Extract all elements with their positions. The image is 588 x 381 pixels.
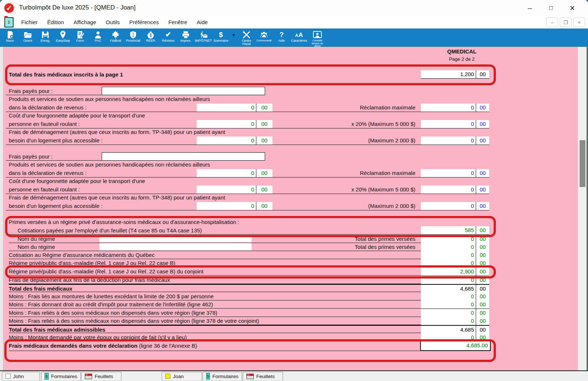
toolbar-revision-button[interactable]: ✔ Révision [159, 29, 177, 43]
window-minimize-button[interactable]: – [519, 0, 540, 16]
tab-joan[interactable]: Joan [162, 372, 202, 381]
menu-affichage[interactable]: Affichage [69, 19, 101, 25]
mdi-minimize-button[interactable]: – [546, 18, 558, 27]
row-amount[interactable]: 000 [421, 300, 489, 309]
row-amount[interactable]: 000 [421, 276, 489, 284]
total-page1-amount[interactable]: 1,20000 [421, 70, 489, 79]
slips-icon [246, 374, 254, 379]
row-amount[interactable]: 000 [421, 259, 489, 268]
row-amount[interactable]: 2,90000 [421, 268, 489, 276]
claim-right-amount[interactable]: 000 [421, 169, 489, 178]
paid-for-label: Frais payés pour : [9, 153, 53, 160]
row-amount[interactable]: 000 [421, 292, 489, 301]
row-amount[interactable]: 4,68500 [421, 326, 489, 334]
claim-right-amount[interactable]: 000 [421, 186, 489, 194]
claim-left-amount[interactable]: 000 [197, 186, 272, 194]
window-edge [587, 47, 588, 370]
toolbar-formulaires-button[interactable]: Form. [72, 29, 89, 43]
open-folder-icon [23, 30, 32, 39]
vertical-scrollbar[interactable] [578, 47, 587, 370]
menu-outils[interactable]: Outils [101, 19, 124, 25]
toolbar-pac-button[interactable]: PAC [89, 29, 107, 43]
table-row-total: Total des frais médicaux 4,68500 [9, 284, 489, 292]
toolbar-imprimer-button[interactable]: Impres. [177, 29, 195, 43]
menu-fichier[interactable]: Fichier [16, 19, 42, 25]
claim-row-label: Produits et services de soutien aux pers… [9, 161, 210, 168]
row-amount[interactable]: 000 [421, 309, 489, 317]
claim-left-amount[interactable]: 000 [197, 169, 272, 178]
claim-right-label: x 20% (Maximum 5 000 $) [295, 121, 415, 127]
menu-fenetre[interactable]: Fenêtre [163, 19, 192, 25]
mdi-close-button[interactable]: × [573, 18, 585, 27]
menu-aide[interactable]: Aide [192, 19, 212, 25]
forms-icon: $ [206, 373, 210, 380]
tab-formulaires-joan[interactable]: $ Formulaires [203, 372, 242, 381]
toolbar-reer-button[interactable]: $ REER [142, 29, 159, 43]
toolbar-easystep-button[interactable]: EasyStep [54, 29, 72, 43]
status-bar: John $ Formulaires Feuillets Joan $ Form… [0, 370, 588, 381]
claim-left-amount[interactable]: 000 [197, 104, 272, 112]
paid-for-input[interactable] [102, 152, 265, 161]
menu-edition[interactable]: Édition [42, 19, 69, 25]
cotisations-amount[interactable]: 58500 [421, 226, 489, 235]
paid-for-input[interactable] [102, 87, 265, 95]
checkmark-icon: ✔ [165, 30, 171, 39]
toolbar: Nouv. Ouvrir Enreg. EasyStep Form. [0, 29, 588, 47]
form-view: QMEDICAL Page 2 de 2 Total des frais méd… [0, 47, 588, 370]
row-amount[interactable]: 4,68500 [421, 285, 489, 293]
pac-person-icon [94, 30, 102, 39]
toolbar-ouvrir-button[interactable]: Ouvrir [19, 29, 37, 43]
claim-right-label: x 20% (Maximum 5 000 $) [295, 186, 415, 193]
toolbar-enregistrer-button[interactable]: Enreg. [37, 29, 54, 43]
table-row: Moins : Montant demandé par votre époux … [9, 333, 489, 341]
claim-row-label: personne en fauteuil roulant : [9, 186, 80, 193]
toolbar-centre-fiscal-button[interactable]: Centre Fiscal [238, 29, 255, 46]
toolbar-provincial-button[interactable]: Provincial [124, 29, 142, 43]
window-close-button[interactable]: × [562, 0, 583, 16]
claim-row-label: dans la déclaration de revenus : [9, 104, 87, 111]
menu-preferences[interactable]: Préférences [125, 19, 164, 25]
total-page1-label: Total des frais médicaux inscrits à la p… [9, 71, 123, 78]
table-row: Nom du régime Total des primes versées 0… [9, 243, 489, 251]
toolbar-caracteres-button[interactable]: AA Caractères [290, 29, 308, 43]
toolbar-federal-button[interactable]: Fédéral [107, 29, 124, 43]
claim-right-label: Réclamation maximale [295, 104, 415, 111]
row-amount[interactable]: 000 [421, 243, 489, 251]
toolbar-aide-button[interactable]: ? Aide [273, 29, 290, 43]
claim-right-amount[interactable]: 000 [421, 120, 489, 128]
claim-left-amount[interactable]: 000 [197, 137, 272, 145]
toolbar-conseils-button[interactable]: Conseils fiscaux en direct [308, 29, 327, 48]
claim-right-amount[interactable]: 000 [421, 137, 489, 145]
row-amount[interactable]: 000 [421, 317, 489, 325]
window-maximize-button[interactable]: □ [540, 0, 562, 16]
claim-right-amount[interactable]: 000 [421, 104, 489, 112]
new-document-icon [6, 30, 15, 39]
claim-row-label: Frais de déménagement (autres que ceux i… [9, 194, 225, 201]
claim-right-amount[interactable]: 000 [421, 202, 489, 210]
scrollbar-thumb[interactable] [580, 140, 585, 187]
claim-row-label: dans la déclaration de revenus : [9, 170, 87, 176]
regime-name-input[interactable] [99, 235, 252, 242]
claim-left-amount[interactable]: 000 [197, 202, 272, 210]
tools-icon [242, 30, 251, 39]
toolbar-impotnet-button[interactable]: IMPÔTNET [195, 29, 212, 43]
row-amount[interactable]: 000 [421, 235, 489, 243]
form-document-icon: $ [4, 17, 14, 27]
claim-left-amount[interactable]: 000 [197, 120, 272, 128]
turboimpot-logo-icon: ✓ [4, 3, 15, 14]
final-amount-input[interactable]: 4,685.00 [420, 341, 491, 351]
tab-feuillets-joan[interactable]: Feuillets [243, 372, 283, 381]
tab-feuillets-john[interactable]: Feuillets [81, 372, 121, 381]
claim-row-label: besoin d'un logement plus accessible : [9, 137, 102, 143]
mdi-restore-button[interactable]: ❐ [560, 18, 572, 27]
paid-for-label: Frais payés pour : [9, 88, 53, 94]
toolbar-overflow-arrow[interactable]: ▼ [230, 29, 238, 37]
regime-name-input[interactable] [99, 243, 252, 250]
window-title: TurboImpôt De luxe 2025 - [QMED - Joan] [19, 4, 136, 11]
tab-john[interactable]: John [2, 372, 40, 381]
toolbar-nouveau-button[interactable]: Nouv. [1, 29, 19, 43]
row-amount[interactable]: 000 [421, 251, 489, 259]
tab-formulaires-john[interactable]: $ Formulaires [41, 372, 81, 381]
toolbar-communaute-button[interactable]: Communauté [255, 29, 273, 42]
toolbar-sommaire-button[interactable]: $ Sommaire [212, 29, 230, 43]
